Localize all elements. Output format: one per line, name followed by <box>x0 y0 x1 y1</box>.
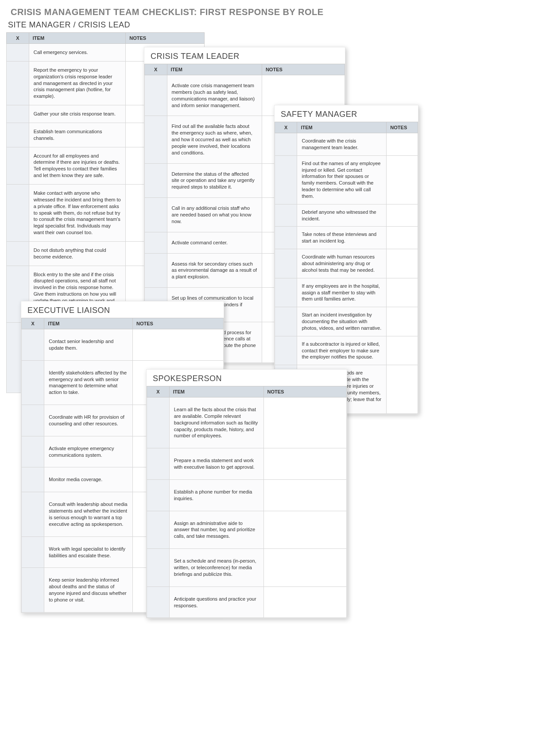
section-spokesperson: SPOKESPERSON X ITEM NOTES Learn all the … <box>146 369 347 618</box>
notes-cell[interactable] <box>387 133 418 156</box>
item-cell: Identify stakeholders affected by the em… <box>44 360 133 405</box>
section-safety-manager: SAFETY MANAGER X ITEM NOTES Coordinate w… <box>274 105 418 414</box>
item-cell: Call in any additional crisis staff who … <box>167 198 262 232</box>
col-header-item: ITEM <box>297 122 387 133</box>
item-cell: Set a schedule and means (in-person, wri… <box>169 549 263 587</box>
check-cell[interactable] <box>145 253 167 288</box>
check-cell[interactable] <box>7 241 29 266</box>
check-cell[interactable] <box>275 307 297 336</box>
item-cell: Account for all employees and determine … <box>29 147 125 184</box>
col-header-x: X <box>145 64 167 75</box>
col-header-notes: NOTES <box>262 64 345 75</box>
checklist-table: X ITEM NOTES Learn all the facts about t… <box>147 386 347 618</box>
check-cell[interactable] <box>275 278 297 307</box>
check-cell[interactable] <box>147 479 170 511</box>
item-cell: Assign an administrative aide to answer … <box>169 511 263 549</box>
item-cell: Anticipate questions and practice your r… <box>169 586 263 618</box>
notes-cell[interactable] <box>263 511 347 549</box>
section-title: CRISIS TEAM LEADER <box>144 47 345 64</box>
item-cell: Contact senior leadership and update the… <box>44 329 133 361</box>
check-cell[interactable] <box>145 198 167 232</box>
check-cell[interactable] <box>275 336 297 365</box>
check-cell[interactable] <box>145 232 167 253</box>
notes-cell[interactable] <box>263 397 347 448</box>
notes-cell[interactable] <box>263 549 347 587</box>
col-header-x: X <box>275 122 297 133</box>
item-cell: Learn all the facts about the crisis tha… <box>169 397 263 448</box>
section-title: SITE MANAGER / CRISIS LEAD <box>6 20 205 32</box>
item-cell: Establish team communications channels. <box>29 123 125 147</box>
check-cell[interactable] <box>147 448 170 480</box>
check-cell[interactable] <box>275 204 297 227</box>
notes-cell[interactable] <box>387 336 418 365</box>
section-title: EXECUTIVE LIAISON <box>21 301 224 318</box>
check-cell[interactable] <box>22 568 44 612</box>
notes-cell[interactable] <box>263 479 347 511</box>
table-row: Take notes of these interviews and start… <box>275 227 418 249</box>
check-cell[interactable] <box>275 155 297 204</box>
check-cell[interactable] <box>7 147 29 184</box>
check-cell[interactable] <box>147 511 170 549</box>
check-cell[interactable] <box>147 549 170 587</box>
check-cell[interactable] <box>145 75 167 116</box>
check-cell[interactable] <box>22 536 44 568</box>
notes-cell[interactable] <box>263 586 347 618</box>
check-cell[interactable] <box>7 105 29 123</box>
notes-cell[interactable] <box>387 365 418 414</box>
item-cell: Do not disturb anything that could becom… <box>29 241 125 266</box>
check-cell[interactable] <box>275 227 297 249</box>
item-cell: Work with legal specialist to identify l… <box>44 536 133 568</box>
col-header-notes: NOTES <box>133 318 224 329</box>
check-cell[interactable] <box>7 123 29 147</box>
check-cell[interactable] <box>275 133 297 156</box>
col-header-notes: NOTES <box>387 122 418 133</box>
check-cell[interactable] <box>22 436 44 467</box>
notes-cell[interactable] <box>387 204 418 227</box>
item-cell: Determine the status of the affected sit… <box>167 163 262 198</box>
check-cell[interactable] <box>145 116 167 163</box>
item-cell: Coordinate with HR for provision of coun… <box>44 405 133 436</box>
notes-cell[interactable] <box>387 249 418 278</box>
check-cell[interactable] <box>7 184 29 241</box>
item-cell: Start an incident investigation by docum… <box>297 307 387 336</box>
item-cell: Activate core crisis management team mem… <box>167 75 262 116</box>
check-cell[interactable] <box>275 249 297 278</box>
check-cell[interactable] <box>147 586 170 618</box>
table-row: Assign an administrative aide to answer … <box>147 511 347 549</box>
item-cell: Find out all the available facts about t… <box>167 116 262 163</box>
table-row: If a subcontractor is injured or killed,… <box>275 336 418 365</box>
table-row: Establish a phone number for media inqui… <box>147 479 347 511</box>
check-cell[interactable] <box>22 492 44 536</box>
check-cell[interactable] <box>22 405 44 436</box>
item-cell: Take notes of these interviews and start… <box>297 227 387 249</box>
item-cell: If any employees are in the hospital, as… <box>297 278 387 307</box>
table-row: Start an incident investigation by docum… <box>275 307 418 336</box>
item-cell: Monitor media coverage. <box>44 467 133 492</box>
table-row: Coordinate with the crisis management te… <box>275 133 418 156</box>
section-title: SAFETY MANAGER <box>275 105 418 122</box>
table-row: Prepare a media statement and work with … <box>147 448 347 480</box>
table-row: Anticipate questions and practice your r… <box>147 586 347 618</box>
notes-cell[interactable] <box>387 307 418 336</box>
check-cell[interactable] <box>145 163 167 198</box>
col-header-item: ITEM <box>44 318 133 329</box>
item-cell: Call emergency services. <box>29 44 125 62</box>
check-cell[interactable] <box>7 61 29 105</box>
notes-cell[interactable] <box>387 278 418 307</box>
col-header-x: X <box>22 318 44 329</box>
notes-cell[interactable] <box>387 155 418 204</box>
item-cell: Activate employee emergency communicatio… <box>44 436 133 467</box>
check-cell[interactable] <box>147 397 170 448</box>
table-row: Find out the names of any employee injur… <box>275 155 418 204</box>
notes-cell[interactable] <box>387 227 418 249</box>
item-cell: Prepare a media statement and work with … <box>169 448 263 480</box>
table-row: Set a schedule and means (in-person, wri… <box>147 549 347 587</box>
check-cell[interactable] <box>22 467 44 492</box>
item-cell: If a subcontractor is injured or killed,… <box>297 336 387 365</box>
item-cell: Consult with leadership about media stat… <box>44 492 133 536</box>
notes-cell[interactable] <box>263 448 347 480</box>
notes-cell[interactable] <box>133 329 224 361</box>
check-cell[interactable] <box>7 44 29 62</box>
check-cell[interactable] <box>22 329 44 361</box>
check-cell[interactable] <box>22 360 44 405</box>
